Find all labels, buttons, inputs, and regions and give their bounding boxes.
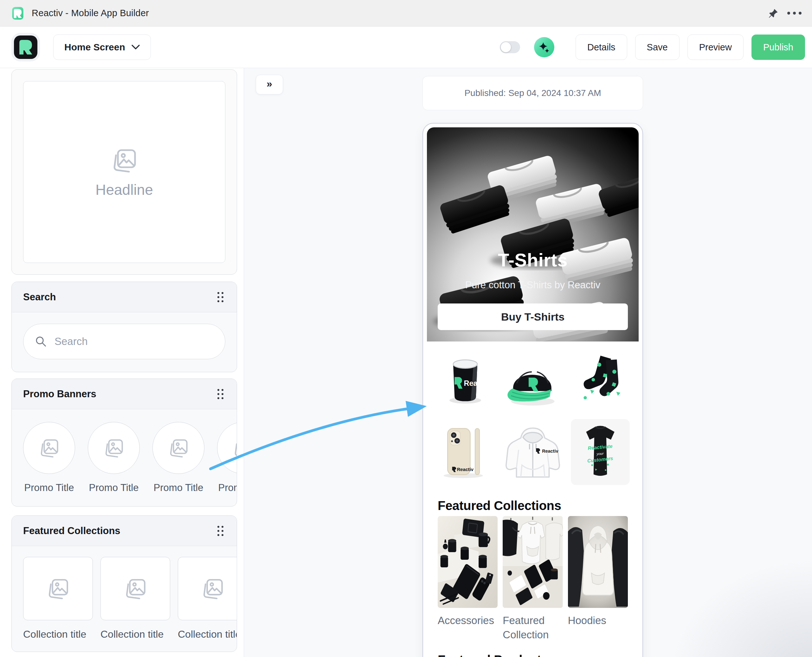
product-icons-grid: Reactiv [427,341,639,490]
headline-label: Headline [95,181,153,198]
promo-image-placeholder [153,422,204,474]
headline-block[interactable]: Headline [11,69,237,275]
phone-screen: T-Shirts Pure cotton T-Shirts by Reactiv… [427,127,639,657]
search-block[interactable]: Search [11,282,237,372]
ellipsis-icon[interactable] [787,6,801,20]
promo-block-title: Promo Banners [23,388,97,400]
published-status-bar: Published: Sep 04, 2024 10:37 AM [422,76,643,110]
collection-item-label: Collection title [178,629,237,640]
drag-handle-icon[interactable] [215,524,225,538]
ai-toggle[interactable] [500,41,520,53]
sidebar-collapse-button[interactable]: » [256,75,283,94]
promo-items-row: Promo Title Promo Title Promo Title [12,409,237,506]
collection-items-row: Collection title Collection title Collec… [12,546,237,652]
image-placeholder-icon [166,436,191,459]
collection-label-hoodies: Hoodies [568,613,628,644]
double-chevron-right-icon: » [267,78,272,90]
image-placeholder-icon [122,576,149,601]
save-button[interactable]: Save [635,34,680,60]
product-image-tshirt[interactable]: Reactivate your Customers [567,417,634,487]
hero-title: T-Shirts [427,249,639,271]
promo-item-label: Promo Title [154,482,204,494]
phone-featured-products-title: Featured Products [438,653,639,657]
collection-label-accessories: Accessories [438,613,497,644]
hero-banner: T-Shirts Pure cotton T-Shirts by Reactiv… [427,127,639,341]
collection-label-featured: Featured Collection [503,613,563,644]
phone-collection-labels: Accessories Featured Collection Hoodies [438,613,628,644]
headline-placeholder: Headline [23,81,225,263]
image-placeholder-icon [37,436,61,459]
reactiv-logo [11,7,24,20]
phone-collections-row [438,516,628,608]
drag-handle-icon[interactable] [215,387,225,401]
collection-item: Collection title [23,557,93,640]
chevron-down-icon [131,45,140,50]
details-button[interactable]: Details [575,34,627,60]
promo-item: Promo Title [23,422,75,494]
tshirt-print-line2: your [596,451,604,456]
promo-block-header: Promo Banners [12,379,237,409]
collection-image-featured[interactable] [503,516,563,608]
toolbar-actions: Details Save Preview Publish [500,34,805,60]
promo-image-placeholder [23,422,75,474]
collection-image-hoodies[interactable] [568,516,628,608]
product-image-mug[interactable]: Reactiv [431,347,499,417]
search-block-title: Search [23,291,56,303]
hoodie-brand-text: Reactiv [542,448,558,454]
pin-icon[interactable] [766,6,780,20]
hero-subtitle: Pure cotton T-Shirts by Reactiv [427,279,639,291]
phone-featured-collections-title: Featured Collections [438,498,639,513]
window-title: Reactiv - Mobile App Builder [32,8,149,19]
collection-item: Collection title [100,557,170,640]
published-timestamp: Published: Sep 04, 2024 10:37 AM [464,88,601,98]
preview-canvas: » Published: Sep 04, 2024 10:37 AM [244,68,812,657]
preview-button[interactable]: Preview [687,34,743,60]
promo-banners-block[interactable]: Promo Banners Promo Title Promo [11,378,237,506]
product-image-phone-case[interactable]: Reactiv [431,417,499,487]
collection-image-placeholder [178,557,237,620]
buy-tshirts-button[interactable]: Buy T-Shirts [438,304,628,330]
image-placeholder-icon [231,436,237,459]
app-window: Reactiv - Mobile App Builder Home Screen [0,0,812,657]
collections-block-header: Featured Collections [12,516,237,546]
collection-image-placeholder [23,557,93,620]
ai-assistant-button[interactable] [534,37,554,58]
case-brand-text: Reactiv [457,467,474,472]
sparkle-icon [538,41,550,53]
image-placeholder-icon [108,146,141,175]
promo-item: Promo Title [88,422,140,494]
titlebar: Reactiv - Mobile App Builder [0,0,812,26]
collection-image-placeholder [100,557,170,620]
collection-item: Collection title [178,557,237,640]
product-image-socks[interactable] [567,347,634,417]
corner-glow [666,556,812,657]
drag-handle-icon[interactable] [215,290,225,304]
search-icon [35,335,47,347]
product-image-cap[interactable] [499,347,566,417]
main-area: Headline Search [0,68,812,657]
promo-item-label: Promo Title [218,482,237,494]
publish-button[interactable]: Publish [751,34,805,60]
search-block-header: Search [12,282,237,312]
promo-item-label: Promo Title [89,482,139,494]
search-input[interactable] [23,324,225,359]
collection-item-label: Collection title [23,629,93,640]
product-image-hoodie[interactable]: Reactiv [499,417,566,487]
screen-selector-label: Home Screen [64,42,125,53]
search-field[interactable] [55,335,194,347]
search-block-body [12,312,237,372]
image-placeholder-icon [44,576,72,601]
mug-brand-text: Reactiv [464,379,490,388]
featured-collections-block[interactable]: Featured Collections Collection title [11,515,237,652]
image-placeholder-icon [199,576,226,601]
promo-image-placeholder [217,422,237,474]
hero-overlay: T-Shirts Pure cotton T-Shirts by Reactiv… [427,249,639,341]
promo-image-placeholder [88,422,140,474]
image-placeholder-icon [101,436,126,459]
toolbar: Home Screen Details Save Preview Publish [0,26,812,68]
screen-selector-dropdown[interactable]: Home Screen [53,34,151,60]
promo-item: Promo Title [217,422,237,494]
toggle-knob [501,42,511,52]
app-logo [14,36,37,59]
collection-image-accessories[interactable] [438,516,497,608]
